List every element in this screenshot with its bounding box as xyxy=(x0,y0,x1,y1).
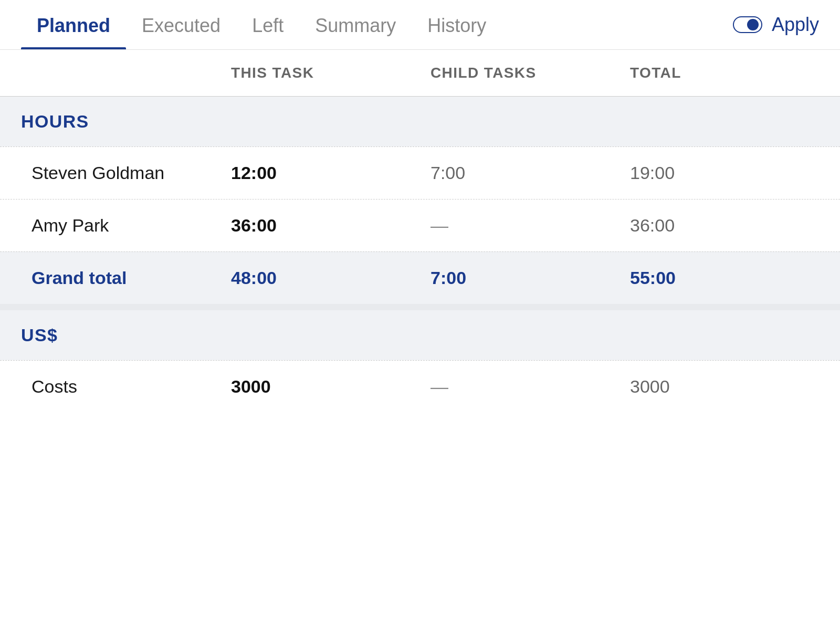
row-name-amy: Amy Park xyxy=(21,200,220,251)
row-total-steven: 19:00 xyxy=(620,147,819,199)
usd-section: US$ Costs 3000 — 3000 xyxy=(0,310,840,413)
row-this-task-costs: 3000 xyxy=(220,361,420,413)
col-header-name xyxy=(21,50,220,96)
grand-total-this-task: 48:00 xyxy=(220,252,420,304)
apply-label: Apply xyxy=(772,14,819,36)
section-divider xyxy=(0,304,840,310)
apply-section: Apply xyxy=(733,14,819,36)
column-headers: THIS TASK CHILD TASKS TOTAL xyxy=(0,50,840,97)
col-header-this-task: THIS TASK xyxy=(220,50,420,96)
tab-left[interactable]: Left xyxy=(236,0,299,49)
tab-planned[interactable]: Planned xyxy=(21,0,126,49)
hours-section-header: HOURS xyxy=(0,97,840,146)
grand-total-total: 55:00 xyxy=(620,252,819,304)
tab-summary[interactable]: Summary xyxy=(299,0,412,49)
tab-history[interactable]: History xyxy=(412,0,502,49)
col-header-total: TOTAL xyxy=(620,50,819,96)
svg-point-1 xyxy=(747,19,759,30)
row-total-amy: 36:00 xyxy=(620,200,819,251)
grand-total-row: Grand total 48:00 7:00 55:00 xyxy=(0,251,840,304)
col-header-child-tasks: CHILD TASKS xyxy=(420,50,620,96)
row-name-steven: Steven Goldman xyxy=(21,147,220,199)
row-child-tasks-amy: — xyxy=(420,200,620,251)
tabs-bar: Planned Executed Left Summary History Ap… xyxy=(0,0,840,50)
table-row: Costs 3000 — 3000 xyxy=(0,360,840,413)
usd-section-header: US$ xyxy=(0,310,840,360)
row-this-task-steven: 12:00 xyxy=(220,147,420,199)
row-this-task-amy: 36:00 xyxy=(220,200,420,251)
usd-label: US$ xyxy=(21,310,220,360)
toggle-icon[interactable] xyxy=(733,16,762,33)
hours-label: HOURS xyxy=(21,97,220,146)
table-row: Steven Goldman 12:00 7:00 19:00 xyxy=(0,146,840,199)
row-child-tasks-costs: — xyxy=(420,361,620,413)
row-total-costs: 3000 xyxy=(620,361,819,413)
table-row: Amy Park 36:00 — 36:00 xyxy=(0,199,840,251)
hours-section: HOURS Steven Goldman 12:00 7:00 19:00 Am… xyxy=(0,97,840,304)
tab-executed[interactable]: Executed xyxy=(126,0,236,49)
grand-total-child-tasks: 7:00 xyxy=(420,252,620,304)
row-child-tasks-steven: 7:00 xyxy=(420,147,620,199)
grand-total-label: Grand total xyxy=(21,252,220,304)
row-name-costs: Costs xyxy=(21,361,220,413)
